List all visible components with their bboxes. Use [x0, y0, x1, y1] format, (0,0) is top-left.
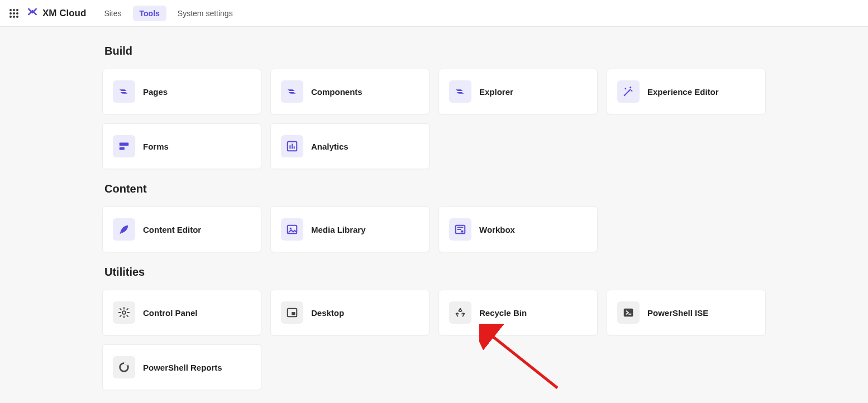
layers-icon	[113, 80, 135, 103]
brand-title: XM Cloud	[42, 8, 86, 19]
section-title-content: Content	[104, 183, 764, 195]
card-experience-editor[interactable]: Experience Editor	[607, 69, 766, 114]
svg-rect-18	[292, 312, 295, 315]
recycle-icon	[449, 301, 471, 324]
card-label: Control Panel	[143, 308, 198, 318]
brand-logo-icon	[27, 6, 38, 20]
nav-item-sites[interactable]: Sites	[97, 6, 128, 21]
chart-icon	[281, 135, 303, 157]
card-recycle-bin[interactable]: Recycle Bin	[438, 290, 598, 335]
image-icon	[281, 218, 303, 241]
card-label: Media Library	[311, 225, 366, 234]
card-analytics[interactable]: Analytics	[270, 123, 430, 169]
svg-point-8	[16, 16, 18, 18]
apps-grid-icon[interactable]	[9, 8, 19, 18]
desktop-icon	[281, 301, 303, 324]
card-media-library[interactable]: Media Library	[270, 207, 430, 252]
card-label: Components	[311, 87, 363, 97]
card-label: Forms	[143, 142, 169, 151]
terminal-icon	[617, 301, 640, 324]
page-body: Build Pages Components Explorer	[93, 27, 775, 403]
card-desktop[interactable]: Desktop	[270, 290, 430, 335]
card-control-panel[interactable]: Control Panel	[102, 290, 261, 335]
card-label: Desktop	[311, 308, 344, 318]
gear-icon	[113, 301, 135, 324]
svg-point-4	[13, 12, 15, 15]
svg-point-16	[122, 311, 126, 314]
layers-icon	[449, 80, 471, 103]
svg-rect-9	[120, 143, 129, 146]
svg-point-5	[16, 12, 18, 15]
section-title-build: Build	[104, 45, 764, 57]
form-icon	[113, 135, 135, 157]
brand[interactable]: XM Cloud	[27, 6, 86, 20]
card-label: Analytics	[311, 142, 349, 151]
card-content-editor[interactable]: Content Editor	[102, 207, 261, 252]
card-label: Workbox	[479, 225, 515, 234]
svg-point-6	[9, 16, 12, 18]
card-label: Experience Editor	[647, 87, 719, 97]
svg-rect-15	[461, 231, 464, 233]
svg-point-2	[16, 9, 18, 11]
card-workbox[interactable]: Workbox	[438, 207, 598, 252]
card-label: Recycle Bin	[479, 308, 527, 318]
card-label: PowerShell ISE	[647, 308, 708, 318]
card-powershell-reports[interactable]: PowerShell Reports	[102, 344, 261, 390]
card-forms[interactable]: Forms	[102, 123, 261, 169]
content-grid: Content Editor Media Library Workbox	[102, 207, 766, 252]
svg-point-0	[9, 9, 12, 11]
nav-item-system-settings[interactable]: System settings	[171, 6, 240, 21]
svg-point-1	[13, 9, 15, 11]
top-bar: XM Cloud Sites Tools System settings	[0, 0, 868, 27]
card-label: Pages	[143, 87, 168, 97]
card-label: Explorer	[479, 87, 513, 97]
svg-point-13	[290, 228, 292, 229]
svg-point-3	[9, 12, 12, 15]
layers-icon	[281, 80, 303, 103]
workbox-icon	[449, 218, 471, 241]
card-explorer[interactable]: Explorer	[438, 69, 598, 114]
nav-item-tools[interactable]: Tools	[133, 6, 166, 21]
ring-icon	[113, 356, 135, 378]
svg-rect-10	[120, 147, 125, 150]
card-label: PowerShell Reports	[143, 363, 222, 372]
svg-point-7	[13, 16, 15, 18]
build-grid: Pages Components Explorer Experience Edi…	[102, 69, 766, 169]
card-components[interactable]: Components	[270, 69, 430, 114]
card-powershell-ise[interactable]: PowerShell ISE	[607, 290, 766, 335]
section-title-utilities: Utilities	[104, 266, 764, 279]
wand-icon	[617, 80, 640, 103]
utilities-grid: Control Panel Desktop Recycle Bin	[102, 290, 766, 390]
quill-icon	[113, 218, 135, 241]
card-pages[interactable]: Pages	[102, 69, 261, 114]
card-label: Content Editor	[143, 225, 201, 234]
top-nav: Sites Tools System settings	[97, 6, 239, 21]
